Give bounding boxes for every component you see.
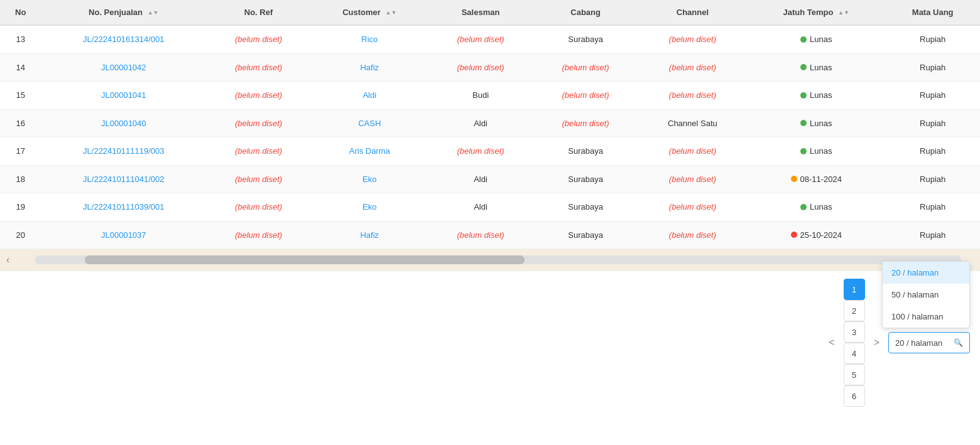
cell-customer[interactable]: Aldi: [311, 82, 428, 110]
cell-no-penjualan[interactable]: JL00001042: [41, 53, 206, 82]
cell-salesman: Budi: [428, 82, 533, 110]
status-dot: [800, 92, 807, 99]
scrollbar-track[interactable]: [35, 255, 961, 264]
sort-icon-customer: ▲▼: [386, 10, 397, 16]
per-page-option-50[interactable]: 50 / halaman: [883, 284, 969, 306]
status-dot: [800, 64, 807, 70]
status-label: Lunas: [810, 63, 832, 72]
cell-no-ref: (belum diset): [206, 193, 311, 222]
next-page-button[interactable]: >: [869, 335, 885, 351]
status-label: 08-11-2024: [800, 174, 842, 184]
cell-customer[interactable]: Hafiz: [311, 53, 428, 82]
per-page-label: 20 / halaman: [895, 338, 942, 348]
cell-salesman: (belum diset): [428, 137, 533, 166]
cell-cabang: Surabaya: [533, 193, 638, 222]
cell-mata-uang: Rupiah: [885, 53, 980, 82]
page-button-4[interactable]: 4: [844, 343, 865, 364]
cell-no-penjualan[interactable]: JL/222410111039/001: [41, 193, 206, 222]
cell-customer[interactable]: Eko: [311, 193, 428, 222]
cell-no-penjualan[interactable]: JL00001037: [41, 221, 206, 249]
cell-no-penjualan[interactable]: JL00001041: [41, 82, 206, 110]
cell-cabang: Surabaya: [533, 221, 638, 249]
table-container: No No. Penjualan ▲▼ No. Ref Customer ▲▼ …: [0, 0, 980, 249]
cell-channel: (belum diset): [638, 25, 747, 53]
cell-channel: (belum diset): [638, 221, 747, 249]
cell-no-penjualan[interactable]: JL/222410111041/002: [41, 165, 206, 193]
per-page-option-100[interactable]: 100 / halaman: [883, 306, 969, 328]
cell-mata-uang: Rupiah: [885, 137, 980, 166]
cell-no-ref: (belum diset): [206, 82, 311, 110]
col-channel: Channel: [638, 0, 747, 25]
table-row: 16JL00001040(belum diset)CASHAldi(belum …: [0, 109, 980, 137]
cell-jatuh-tempo: Lunas: [747, 53, 885, 82]
cell-no: 16: [0, 109, 41, 137]
page-button-1[interactable]: 1: [844, 279, 865, 300]
cell-customer[interactable]: Hafiz: [311, 221, 428, 249]
sort-icon-jatuh-tempo: ▲▼: [838, 10, 849, 16]
cell-cabang: Surabaya: [533, 25, 638, 53]
prev-page-button[interactable]: <: [824, 335, 839, 351]
scroll-left-arrow[interactable]: ‹: [0, 254, 16, 265]
cell-mata-uang: Rupiah: [885, 82, 980, 110]
cell-customer[interactable]: Eko: [311, 165, 428, 193]
table-row: 15JL00001041(belum diset)AldiBudi(belum …: [0, 82, 980, 110]
cell-no-ref: (belum diset): [206, 53, 311, 82]
cell-no-ref: (belum diset): [206, 165, 311, 193]
cell-jatuh-tempo: 25-10-2024: [747, 221, 885, 249]
cell-cabang: Surabaya: [533, 165, 638, 193]
status-label: Lunas: [810, 90, 832, 100]
page-button-3[interactable]: 3: [844, 321, 865, 343]
cell-channel: (belum diset): [638, 137, 747, 166]
status-label: 25-10-2024: [800, 230, 842, 240]
per-page-option-20[interactable]: 20 / halaman: [883, 262, 969, 284]
table-row: 14JL00001042(belum diset)Hafiz(belum dis…: [0, 53, 980, 82]
search-icon: 🔍: [954, 338, 963, 347]
cell-no: 13: [0, 25, 41, 53]
cell-cabang: Surabaya: [533, 137, 638, 166]
cell-no-ref: (belum diset): [206, 109, 311, 137]
cell-no-penjualan[interactable]: JL/222410161314/001: [41, 25, 206, 53]
per-page-button[interactable]: 20 / halaman 🔍: [888, 332, 970, 353]
table-row: 19JL/222410111039/001(belum diset)EkoAld…: [0, 193, 980, 222]
sort-icon-no-penjualan: ▲▼: [148, 10, 159, 16]
table-row: 20JL00001037(belum diset)Hafiz(belum dis…: [0, 221, 980, 249]
cell-channel: (belum diset): [638, 193, 747, 222]
page-button-6[interactable]: 6: [844, 385, 865, 407]
cell-no: 14: [0, 53, 41, 82]
status-dot: [800, 120, 807, 126]
cell-no: 15: [0, 82, 41, 110]
cell-customer[interactable]: Rico: [311, 25, 428, 53]
scrollbar-thumb[interactable]: [85, 255, 525, 264]
col-cabang: Cabang: [533, 0, 638, 25]
col-salesman: Salesman: [428, 0, 533, 25]
cell-no-penjualan[interactable]: JL/222410111119/003: [41, 137, 206, 166]
page-button-5[interactable]: 5: [844, 364, 865, 385]
cell-channel: (belum diset): [638, 82, 747, 110]
page-buttons: 123456: [844, 279, 865, 407]
cell-cabang: (belum diset): [533, 53, 638, 82]
cell-channel: Channel Satu: [638, 109, 747, 137]
cell-jatuh-tempo: Lunas: [747, 109, 885, 137]
page-button-2[interactable]: 2: [844, 300, 865, 321]
cell-customer[interactable]: Aris Darma: [311, 137, 428, 166]
cell-mata-uang: Rupiah: [885, 165, 980, 193]
cell-no-penjualan[interactable]: JL00001040: [41, 109, 206, 137]
per-page-selector[interactable]: 20 / halaman 50 / halaman 100 / halaman …: [888, 332, 970, 353]
col-jatuh-tempo[interactable]: Jatuh Tempo ▲▼: [747, 0, 885, 25]
cell-channel: (belum diset): [638, 53, 747, 82]
cell-cabang: (belum diset): [533, 82, 638, 110]
cell-channel: (belum diset): [638, 165, 747, 193]
per-page-dropdown[interactable]: 20 / halaman 50 / halaman 100 / halaman: [882, 261, 970, 328]
horizontal-scrollbar-row: ‹: [0, 249, 980, 271]
status-dot: [791, 232, 797, 238]
cell-jatuh-tempo: Lunas: [747, 137, 885, 166]
col-no-penjualan[interactable]: No. Penjualan ▲▼: [41, 0, 206, 25]
cell-salesman: (belum diset): [428, 221, 533, 249]
status-label: Lunas: [810, 35, 832, 44]
cell-mata-uang: Rupiah: [885, 109, 980, 137]
cell-customer[interactable]: CASH: [311, 109, 428, 137]
cell-no-ref: (belum diset): [206, 221, 311, 249]
col-no: No: [0, 0, 41, 25]
cell-no: 20: [0, 221, 41, 249]
col-customer[interactable]: Customer ▲▼: [311, 0, 428, 25]
